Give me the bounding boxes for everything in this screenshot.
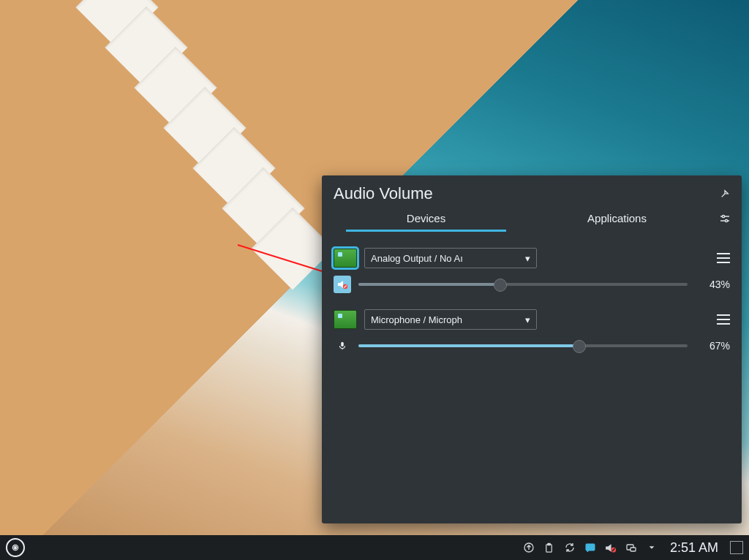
input-port-select[interactable]: Microphone / Microph ▾ (364, 309, 537, 330)
output-mute-button[interactable] (334, 276, 351, 293)
pin-icon[interactable] (720, 189, 730, 199)
sound-card-icon (334, 249, 357, 268)
clock[interactable]: 2:51 AM (670, 540, 718, 556)
chevron-down-icon: ▾ (525, 314, 530, 325)
tray-expand-icon[interactable] (645, 541, 658, 554)
tab-devices[interactable]: Devices (331, 205, 522, 232)
configure-icon[interactable] (717, 211, 733, 227)
output-volume-value: 43% (695, 279, 730, 290)
input-port-label: Microphone / Microph (371, 314, 462, 325)
tab-applications[interactable]: Applications (522, 205, 712, 232)
volume-muted-icon[interactable] (604, 541, 617, 554)
input-volume-slider[interactable] (358, 338, 688, 353)
clipboard-icon[interactable] (543, 541, 556, 554)
output-port-label: Analog Output / No Aı (371, 253, 463, 264)
tab-row: Devices Applications (322, 205, 742, 232)
device-list: Analog Output / No Aı ▾ (322, 232, 742, 377)
input-volume-value: 67% (695, 340, 730, 352)
svg-rect-7 (341, 342, 344, 347)
output-device: Analog Output / No Aı ▾ (334, 248, 730, 293)
desktop-wallpaper[interactable]: Audio Volume Devices Applications (0, 0, 749, 535)
output-options-menu[interactable] (717, 253, 730, 263)
show-desktop-button[interactable] (730, 541, 743, 554)
input-mute-button[interactable] (334, 337, 351, 355)
svg-rect-17 (631, 548, 636, 551)
input-device: Microphone / Microph ▾ (334, 309, 730, 355)
updates-icon[interactable] (522, 541, 535, 554)
app-launcher-button[interactable] (6, 538, 25, 557)
svg-rect-12 (548, 543, 551, 545)
network-icon[interactable] (625, 541, 638, 554)
sync-icon[interactable] (563, 541, 576, 554)
output-volume-slider[interactable] (358, 277, 688, 292)
taskbar: 2:51 AM (0, 535, 749, 560)
input-options-menu[interactable] (717, 314, 730, 325)
svg-rect-13 (586, 544, 595, 550)
sound-card-icon (334, 310, 357, 329)
svg-point-2 (722, 215, 724, 217)
notifications-icon[interactable] (584, 541, 597, 554)
chevron-down-icon: ▾ (525, 253, 530, 264)
popup-title: Audio Volume (334, 184, 433, 203)
output-port-select[interactable]: Analog Output / No Aı ▾ (364, 248, 537, 268)
audio-volume-popup: Audio Volume Devices Applications (322, 175, 742, 523)
svg-point-4 (725, 219, 727, 222)
